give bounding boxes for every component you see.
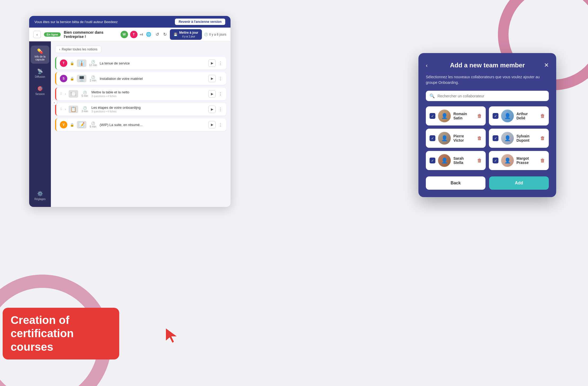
history-button[interactable]: 🕐 Il y a 6 jours	[204, 33, 226, 36]
reglages-icon: ⚙️	[37, 191, 43, 197]
checkbox-arthur[interactable]: ✓	[493, 113, 498, 119]
avatar-t: T	[130, 31, 138, 38]
delete-sarah[interactable]: 🗑	[477, 158, 482, 163]
session-icon: 🎯	[37, 86, 43, 92]
expand-button-4[interactable]: ›	[65, 107, 66, 111]
avatar-s-2: S	[60, 75, 67, 82]
delete-arthur[interactable]: 🗑	[540, 113, 545, 119]
modal-title: Add a new team member	[431, 62, 544, 69]
modal-header: ‹ Add a new team member ✕	[426, 62, 549, 69]
time-info-2: 🕐 2 min	[89, 75, 97, 82]
more-button-3[interactable]: ⋮	[218, 92, 223, 97]
drag-handle-3: ⠿	[60, 92, 62, 96]
more-button-4[interactable]: ⋮	[218, 107, 223, 112]
sidebar: 💊 Info de la capsule 📡 Diffusion 🎯 Sessi…	[29, 41, 51, 207]
back-button[interactable]: ‹	[33, 31, 41, 38]
redo-button[interactable]: ↻	[162, 31, 168, 38]
add-member-modal: ‹ Add a new team member ✕ Sélectionnez l…	[418, 53, 556, 197]
member-card-pierre: ✓ 👤 PierreVictor 🗑	[426, 129, 486, 148]
modal-back-button[interactable]: ‹	[426, 62, 428, 68]
course-name-5: (WIP) La suite, en résumé...	[100, 123, 206, 127]
search-icon: 🔍	[430, 93, 435, 98]
checkbox-sarah[interactable]: ✓	[430, 158, 435, 163]
course-item-2: S 🔒 🖥️ 🕐 2 min Installation de votre mat…	[55, 72, 226, 85]
sidebar-item-diffusion[interactable]: 📡 Diffusion	[31, 66, 49, 81]
time-label-2: 2 min	[90, 79, 96, 82]
avatar-margot: 👤	[501, 154, 514, 167]
member-card-margot: ✓ 👤 MargotPrasse 🗑	[489, 151, 549, 170]
app-window: Vous êtes sur la bersion bêta de l'outil…	[29, 16, 231, 207]
play-button-3[interactable]: ▶	[208, 90, 216, 98]
name-romain: RomainSatin	[453, 112, 475, 120]
more-button-5[interactable]: ⋮	[218, 122, 223, 127]
course-title-2: Installation de votre matériel	[100, 77, 206, 81]
delete-margot[interactable]: 🗑	[540, 158, 545, 163]
avatar-pierre: 👤	[438, 132, 451, 145]
sidebar-item-reglages[interactable]: ⚙️ Réglages	[31, 188, 49, 203]
expand-button-3[interactable]: ›	[65, 92, 66, 96]
checkbox-pierre[interactable]: ✓	[430, 135, 435, 141]
search-input[interactable]	[437, 94, 545, 98]
member-card-arthur: ✓ 👤 ArthurDelié 🗑	[489, 106, 549, 125]
time-info-5: 🕐 6 min	[89, 122, 97, 128]
course-title: Bien commencer dans l'entreprise !	[64, 30, 117, 39]
checkbox-romain[interactable]: ✓	[430, 113, 435, 119]
avatar-sylvain: 👤	[501, 132, 514, 145]
member-grid: ✓ 👤 RomainSatin 🗑 ✓ 👤 ArthurDelié 🗑 ✓ 👤 …	[426, 106, 549, 170]
time-info-1: 🕐 12 min	[89, 60, 97, 67]
name-margot: MargotPrasse	[516, 156, 538, 165]
more-button-2[interactable]: ⋮	[218, 76, 223, 81]
add-button-modal[interactable]: Add	[489, 176, 549, 190]
beta-banner-text: Vous êtes sur la bersion bêta de l'outil…	[34, 20, 118, 24]
history-label: Il y a 6 jours	[209, 33, 226, 36]
lock-icon-5: 🔒	[70, 123, 74, 127]
content-area: › Replier toutes les notions T 🔒 👔 🕐 12 …	[51, 41, 231, 207]
course-title-4: Les étapes de votre onboardijng 3 questi…	[91, 106, 206, 113]
sidebar-collapse-button[interactable]: ›	[51, 99, 57, 105]
delete-pierre[interactable]: 🗑	[477, 136, 482, 141]
avatar-romain: 👤	[438, 110, 451, 122]
collapse-label: Replier toutes les notions	[62, 47, 98, 51]
sidebar-item-capsule[interactable]: 💊 Info de la capsule	[31, 46, 49, 64]
time-label-1: 12 min	[89, 64, 97, 67]
course-name-2: Installation de votre matériel	[100, 77, 206, 81]
toolbar: ‹ En ligne Bien commencer dans l'entrepr…	[29, 28, 231, 41]
member-card-sylvain: ✓ 👤 SylvainDupont 🗑	[489, 129, 549, 148]
time-info-4: 🕐 3 min	[81, 106, 89, 113]
checkbox-sylvain[interactable]: ✓	[493, 135, 498, 141]
course-title-3: Mettre la table et la netto 3 questions …	[91, 90, 206, 98]
play-button-5[interactable]: ▶	[208, 121, 216, 128]
drag-handle-4: ⠿	[60, 107, 62, 111]
delete-romain[interactable]: 🗑	[477, 113, 482, 119]
time-info-3: 🕐 5 min	[81, 91, 89, 97]
clock-icon-1: 🕐	[91, 60, 95, 64]
red-label-text: Creation of certification courses	[11, 314, 111, 354]
back-button-modal[interactable]: Back	[426, 176, 485, 190]
old-version-button[interactable]: Revenir à l'ancienne version	[175, 19, 225, 25]
save-label: Mettre à jouril y a 1 jour	[179, 31, 198, 38]
modal-close-button[interactable]: ✕	[544, 62, 549, 69]
translate-button[interactable]: 🌐	[145, 31, 152, 38]
checkbox-margot[interactable]: ✓	[493, 158, 498, 163]
play-button-4[interactable]: ▶	[208, 106, 216, 113]
course-item-1: T 🔒 👔 🕐 12 min La tenue de service ▶ ⋮	[55, 57, 226, 70]
course-title-5: (WIP) La suite, en résumé...	[100, 123, 206, 127]
undo-button[interactable]: ↺	[154, 31, 160, 38]
play-button-1[interactable]: ▶	[208, 59, 216, 67]
delete-sylvain[interactable]: 🗑	[540, 136, 545, 141]
more-button-1[interactable]: ⋮	[218, 61, 223, 66]
play-button-2[interactable]: ▶	[208, 75, 216, 82]
collapse-all-button[interactable]: › Replier toutes les notions	[55, 46, 101, 53]
diffusion-icon: 📡	[37, 68, 43, 74]
clock-icon-2: 🕐	[91, 75, 95, 79]
save-button[interactable]: 💾 Mettre à jouril y a 1 jour	[170, 29, 202, 40]
sidebar-item-session[interactable]: 🎯 Session	[31, 83, 49, 98]
capsule-icon: 💊	[37, 48, 43, 54]
modal-footer: Back Add	[426, 176, 549, 190]
sidebar-label-reglages: Réglages	[34, 198, 46, 201]
name-sylvain: SylvainDupont	[516, 134, 538, 142]
name-sarah: SarahStella	[453, 156, 475, 165]
course-sub-4: 3 questions • 4 fiches	[91, 110, 206, 113]
time-label-4: 3 min	[82, 110, 88, 113]
thumb-2: 🖥️	[77, 75, 86, 82]
